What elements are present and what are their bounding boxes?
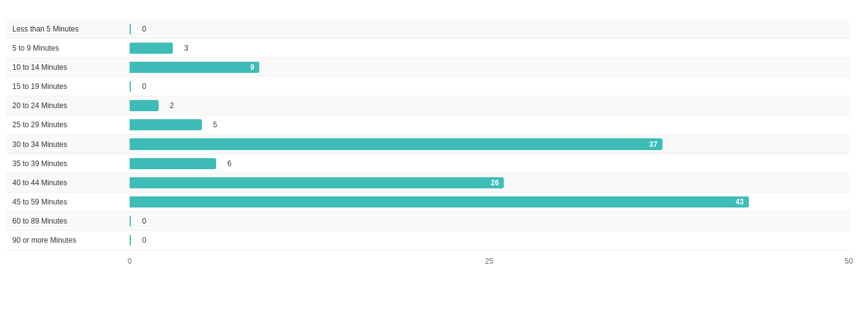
bar-track: 3 <box>130 43 849 54</box>
bar-fill: 5 <box>130 119 202 130</box>
bar-track: 5 <box>130 119 849 130</box>
bar-row: 20 to 24 Minutes2 <box>6 96 849 115</box>
bar-fill: 26 <box>130 177 504 188</box>
bar-row: 15 to 19 Minutes0 <box>6 77 849 96</box>
bar-track: 43 <box>130 196 849 208</box>
bar-label: 60 to 89 Minutes <box>6 217 130 225</box>
bar-rows: Less than 5 Minutes05 to 9 Minutes310 to… <box>6 20 849 250</box>
bar-value-label: 43 <box>735 198 743 206</box>
bar-value-label: 3 <box>184 44 188 52</box>
bar-label: 35 to 39 Minutes <box>6 159 130 168</box>
bars-area: 0 25 50 Less than 5 Minutes05 to 9 Minut… <box>6 20 849 269</box>
bar-fill: 37 <box>130 138 662 149</box>
bar-row: 90 or more Minutes0 <box>6 231 849 250</box>
bar-fill: 43 <box>130 196 749 208</box>
bar-track: 0 <box>130 235 849 246</box>
bar-label: 10 to 14 Minutes <box>6 63 130 72</box>
bar-fill: 0 <box>130 216 131 227</box>
bar-value-label: 37 <box>649 140 657 149</box>
bar-track: 0 <box>130 216 849 227</box>
bar-value-label: 6 <box>227 159 232 168</box>
bar-label: 40 to 44 Minutes <box>6 178 130 187</box>
bar-row: 40 to 44 Minutes26 <box>6 174 849 193</box>
bar-label: 25 to 29 Minutes <box>6 120 130 129</box>
bar-fill: 2 <box>130 100 159 111</box>
bar-value-label: 0 <box>142 236 146 245</box>
axis-label-25: 25 <box>485 257 493 266</box>
bar-fill: 0 <box>130 23 131 35</box>
bar-row: 60 to 89 Minutes0 <box>6 212 849 231</box>
bar-label: 20 to 24 Minutes <box>6 101 130 110</box>
bar-value-label: 0 <box>142 82 146 91</box>
bar-row: Less than 5 Minutes0 <box>6 20 849 39</box>
bar-value-label: 0 <box>142 25 146 33</box>
axis-label-0: 0 <box>128 257 132 266</box>
bar-label: Less than 5 Minutes <box>6 25 130 33</box>
bar-track: 2 <box>130 100 849 111</box>
bar-track: 6 <box>130 158 849 169</box>
bar-value-label: 9 <box>250 63 254 72</box>
bar-value-label: 2 <box>170 101 174 110</box>
bar-row: 25 to 29 Minutes5 <box>6 115 849 135</box>
bar-value-label: 26 <box>491 178 499 187</box>
bar-label: 5 to 9 Minutes <box>6 44 130 52</box>
bar-fill: 0 <box>130 235 131 246</box>
bar-label: 15 to 19 Minutes <box>6 82 130 91</box>
bar-track: 26 <box>130 177 849 188</box>
bar-row: 30 to 34 Minutes37 <box>6 135 849 154</box>
bar-track: 9 <box>130 62 849 73</box>
bar-label: 45 to 59 Minutes <box>6 198 130 206</box>
bar-track: 37 <box>130 138 849 149</box>
bar-fill: 6 <box>130 158 216 169</box>
bar-track: 0 <box>130 81 849 92</box>
chart-container: 0 25 50 Less than 5 Minutes05 to 9 Minut… <box>0 0 868 323</box>
bar-fill: 0 <box>130 81 131 92</box>
bar-row: 35 to 39 Minutes6 <box>6 154 849 174</box>
bar-row: 10 to 14 Minutes9 <box>6 58 849 77</box>
bar-track: 0 <box>130 23 849 35</box>
bar-row: 45 to 59 Minutes43 <box>6 193 849 212</box>
bar-row: 5 to 9 Minutes3 <box>6 39 849 58</box>
bar-fill: 3 <box>130 43 173 54</box>
bar-label: 90 or more Minutes <box>6 236 130 245</box>
bar-value-label: 5 <box>213 120 217 129</box>
bar-value-label: 0 <box>142 217 146 225</box>
axis-label-50: 50 <box>845 257 853 266</box>
bar-fill: 9 <box>130 62 259 73</box>
bar-label: 30 to 34 Minutes <box>6 140 130 149</box>
